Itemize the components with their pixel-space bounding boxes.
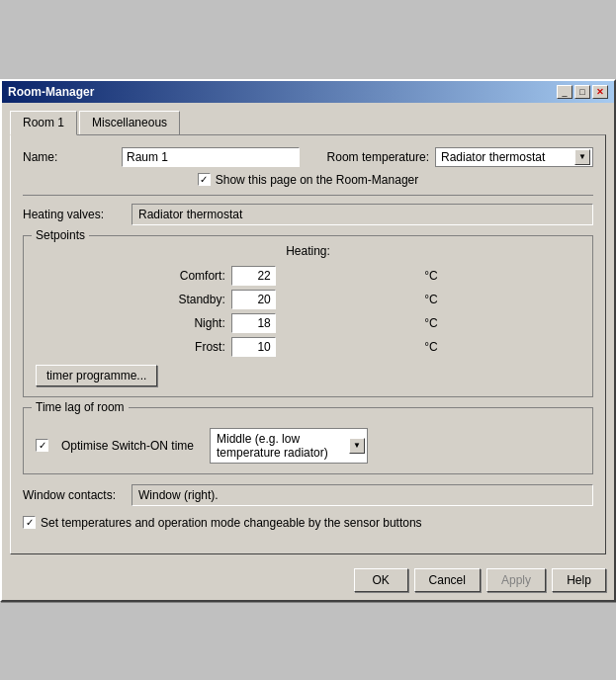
tab-content-room1: Name: Room temperature: Radiator thermos… [10, 134, 606, 554]
optimise-switch-checkbox[interactable] [36, 439, 48, 452]
standby-unit: °C [424, 293, 580, 306]
optimise-switch-label: Optimise Switch-ON time [61, 439, 194, 453]
dialog-button-row: OK Cancel Apply Help [2, 562, 614, 600]
title-bar: Room-Manager _ □ ✕ [2, 81, 614, 103]
name-row: Name: Room temperature: Radiator thermos… [23, 147, 593, 167]
time-lag-content: Optimise Switch-ON time Middle (e.g. low… [36, 416, 580, 464]
frost-input[interactable] [231, 337, 276, 357]
show-page-row: Show this page on the Room-Manager [23, 173, 593, 187]
room-temp-select-value: Radiator thermostat [438, 149, 574, 165]
comfort-label: Comfort: [36, 269, 225, 283]
night-unit: °C [424, 316, 580, 330]
time-lag-group: Time lag of room Optimise Switch-ON time… [23, 407, 593, 474]
time-lag-group-title: Time lag of room [32, 400, 129, 414]
maximize-button[interactable]: □ [574, 85, 590, 99]
tab-miscellaneous[interactable]: Miscellaneous [79, 111, 180, 134]
tab-room1[interactable]: Room 1 [10, 111, 77, 135]
ok-button[interactable]: OK [354, 568, 408, 592]
minimize-button[interactable]: _ [557, 85, 572, 99]
name-label: Name: [23, 150, 122, 164]
night-input[interactable] [231, 313, 276, 333]
window-contacts-value: Window (right). [132, 484, 593, 506]
close-button[interactable]: ✕ [592, 85, 608, 99]
window-contacts-row: Window contacts: Window (right). [23, 484, 593, 506]
sensor-buttons-row: Set temperatures and operation mode chan… [23, 516, 593, 530]
standby-label: Standby: [36, 293, 225, 306]
heating-label: Heating: [36, 244, 580, 258]
time-lag-row: Optimise Switch-ON time Middle (e.g. low… [36, 428, 580, 464]
tab-bar: Room 1 Miscellaneous [10, 111, 606, 134]
dialog-content: Room 1 Miscellaneous Name: Room temperat… [2, 103, 614, 562]
room-temp-select[interactable]: Radiator thermostat ▼ [435, 147, 593, 167]
timer-programme-button[interactable]: timer programme... [36, 365, 157, 386]
heating-valves-row: Heating valves: Radiator thermostat [23, 204, 593, 225]
time-lag-select[interactable]: Middle (e.g. low temperature radiator) ▼ [210, 428, 368, 464]
show-page-label: Show this page on the Room-Manager [216, 173, 418, 187]
setpoints-group-title: Setpoints [32, 228, 89, 242]
show-page-checkbox[interactable] [198, 173, 211, 186]
heating-valves-value: Radiator thermostat [132, 204, 593, 225]
frost-label: Frost: [36, 340, 225, 354]
room-manager-window: Room-Manager _ □ ✕ Room 1 Miscellaneous … [0, 79, 616, 602]
divider-1 [23, 195, 593, 196]
sensor-buttons-label: Set temperatures and operation mode chan… [41, 516, 422, 530]
help-button[interactable]: Help [552, 568, 606, 592]
apply-button[interactable]: Apply [486, 568, 546, 592]
time-lag-select-value: Middle (e.g. low temperature radiator) [213, 430, 349, 462]
name-input[interactable] [122, 147, 300, 167]
title-bar-buttons: _ □ ✕ [557, 85, 608, 99]
comfort-unit: °C [424, 269, 580, 283]
heating-valves-label: Heating valves: [23, 208, 132, 221]
standby-input[interactable] [231, 290, 276, 309]
time-lag-dropdown-arrow[interactable]: ▼ [349, 438, 365, 454]
room-temp-dropdown-arrow[interactable]: ▼ [574, 149, 590, 165]
frost-unit: °C [424, 340, 580, 354]
setpoints-grid: Comfort: °C Standby: °C Night: °C Frost:… [36, 266, 580, 357]
setpoints-group: Setpoints Heating: Comfort: °C Standby: … [23, 235, 593, 397]
sensor-buttons-checkbox[interactable] [23, 516, 36, 529]
window-title: Room-Manager [8, 85, 94, 99]
night-label: Night: [36, 316, 225, 330]
cancel-button[interactable]: Cancel [414, 568, 481, 592]
comfort-input[interactable] [231, 266, 276, 286]
room-temp-label: Room temperature: [327, 150, 429, 164]
window-contacts-label: Window contacts: [23, 488, 132, 502]
